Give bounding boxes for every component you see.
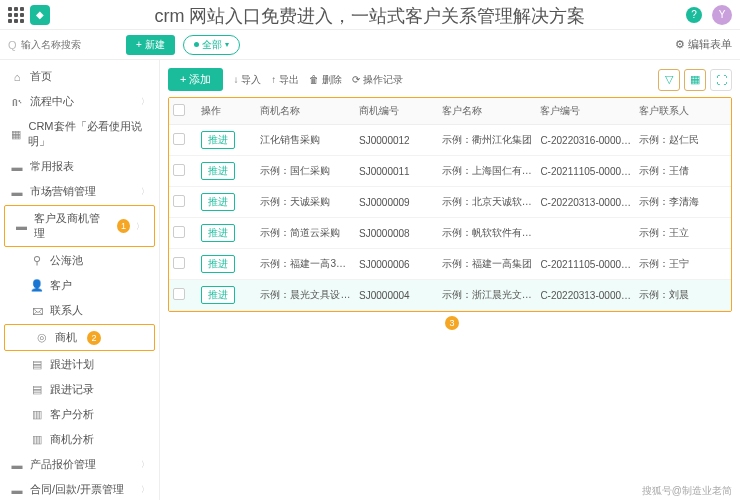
row-checkbox[interactable] bbox=[173, 226, 185, 238]
add-button[interactable]: + 添加 bbox=[168, 68, 223, 91]
sidebar-item[interactable]: ▦CRM套件「必看使用说明」 bbox=[0, 114, 159, 154]
sidebar-item[interactable]: ᎅ流程中心〉 bbox=[0, 89, 159, 114]
row-checkbox[interactable] bbox=[173, 133, 185, 145]
data-table: 操作商机名称商机编号客户名称客户编号客户联系人 推进 江化销售采购 SJ0000… bbox=[169, 98, 731, 311]
sidebar-item[interactable]: 🖂联系人 bbox=[0, 298, 159, 323]
filter-all[interactable]: 全部▾ bbox=[183, 35, 240, 55]
sidebar-item[interactable]: ▤跟进记录 bbox=[0, 377, 159, 402]
sidebar-item[interactable]: ◎商机2 bbox=[4, 324, 155, 351]
nav-label: 流程中心 bbox=[30, 94, 74, 109]
sidebar-item[interactable]: ▬合同/回款/开票管理〉 bbox=[0, 477, 159, 500]
sidebar-item[interactable]: 👤客户 bbox=[0, 273, 159, 298]
gear-icon: ⚙ bbox=[675, 38, 685, 51]
sidebar-item[interactable]: ▬市场营销管理〉 bbox=[0, 179, 159, 204]
nav-icon: 👤 bbox=[30, 279, 44, 292]
nav-label: 客户 bbox=[50, 278, 72, 293]
filter-all-label: 全部 bbox=[202, 38, 222, 52]
nav-label: 首页 bbox=[30, 69, 52, 84]
sidebar-item[interactable]: ▥客户分析 bbox=[0, 402, 159, 427]
push-button[interactable]: 推进 bbox=[201, 162, 235, 180]
watermark: 搜狐号@制造业老简 bbox=[642, 484, 732, 498]
nav-label: 公海池 bbox=[50, 253, 83, 268]
column-header: 客户编号 bbox=[536, 98, 635, 125]
log-link[interactable]: ⟳ 操作记录 bbox=[352, 73, 403, 87]
expand-icon[interactable]: ⛶ bbox=[710, 69, 732, 91]
search-box[interactable]: Q bbox=[8, 39, 118, 51]
cell-code: SJ0000004 bbox=[355, 280, 438, 311]
column-config-icon[interactable]: ▦ bbox=[684, 69, 706, 91]
help-icon[interactable]: ? bbox=[686, 7, 702, 23]
sidebar-item[interactable]: ▬常用报表 bbox=[0, 154, 159, 179]
cell-code: SJ0000008 bbox=[355, 218, 438, 249]
sidebar-item[interactable]: ▤跟进计划 bbox=[0, 352, 159, 377]
row-checkbox[interactable] bbox=[173, 257, 185, 269]
table-row[interactable]: 推进 示例：国仁采购 SJ0000011 示例：上海国仁有限... C-2021… bbox=[169, 156, 731, 187]
foot-badge: 3 bbox=[168, 316, 732, 330]
delete-link[interactable]: 🗑 删除 bbox=[309, 73, 342, 87]
cell-name: 示例：简道云采购 bbox=[256, 218, 355, 249]
push-button[interactable]: 推进 bbox=[201, 193, 235, 211]
search-input[interactable] bbox=[21, 39, 101, 50]
cell-custcode: C-20211105-0000001 bbox=[536, 156, 635, 187]
toolbar: Q + 新建 全部▾ ⚙编辑表单 bbox=[0, 30, 740, 60]
nav-label: 常用报表 bbox=[30, 159, 74, 174]
export-link[interactable]: ↑ 导出 bbox=[271, 73, 299, 87]
cell-contact: 示例：赵仁民 bbox=[635, 125, 731, 156]
cell-customer: 示例：浙江晨光文具... bbox=[438, 280, 537, 311]
column-header: 客户联系人 bbox=[635, 98, 731, 125]
nav-label: 商机 bbox=[55, 330, 77, 345]
row-checkbox[interactable] bbox=[173, 288, 185, 300]
push-button[interactable]: 推进 bbox=[201, 131, 235, 149]
filter-tool-icon[interactable]: ▽ bbox=[658, 69, 680, 91]
action-row: + 添加 ↓ 导入 ↑ 导出 🗑 删除 ⟳ 操作记录 ▽ ▦ ⛶ bbox=[168, 68, 732, 91]
edit-form-link[interactable]: ⚙编辑表单 bbox=[675, 37, 732, 52]
cell-name: 示例：国仁采购 bbox=[256, 156, 355, 187]
cell-contact: 示例：王倩 bbox=[635, 156, 731, 187]
cell-custcode: C-20220313-0000004 bbox=[536, 280, 635, 311]
push-button[interactable]: 推进 bbox=[201, 255, 235, 273]
cell-name: 示例：福建一高3月订单 bbox=[256, 249, 355, 280]
apps-icon[interactable] bbox=[8, 7, 24, 23]
import-link[interactable]: ↓ 导入 bbox=[233, 73, 261, 87]
cell-name: 江化销售采购 bbox=[256, 125, 355, 156]
push-button[interactable]: 推进 bbox=[201, 224, 235, 242]
cell-customer: 示例：北京天诚软件... bbox=[438, 187, 537, 218]
nav-label: 商机分析 bbox=[50, 432, 94, 447]
cell-code: SJ0000012 bbox=[355, 125, 438, 156]
avatar[interactable]: Y bbox=[712, 5, 732, 25]
cell-custcode: C-20220316-0000001 bbox=[536, 125, 635, 156]
sidebar-item[interactable]: ⌂首页 bbox=[0, 64, 159, 89]
sidebar-item[interactable]: ▥商机分析 bbox=[0, 427, 159, 452]
cell-custcode bbox=[536, 218, 635, 249]
push-button[interactable]: 推进 bbox=[201, 286, 235, 304]
row-checkbox[interactable] bbox=[173, 195, 185, 207]
cell-custcode: C-20211105-0000004 bbox=[536, 249, 635, 280]
row-checkbox[interactable] bbox=[173, 164, 185, 176]
column-header: 商机名称 bbox=[256, 98, 355, 125]
chevron-right-icon: 〉 bbox=[141, 96, 149, 107]
sidebar-item[interactable]: ▬客户及商机管理1〉 bbox=[4, 205, 155, 247]
nav-icon: ▬ bbox=[10, 459, 24, 471]
nav-icon: ⌂ bbox=[10, 71, 24, 83]
nav-icon: ⚲ bbox=[30, 254, 44, 267]
table-row[interactable]: 推进 示例：福建一高3月订单 SJ0000006 示例：福建一高集团 C-202… bbox=[169, 249, 731, 280]
nav-label: 合同/回款/开票管理 bbox=[30, 482, 124, 497]
nav-label: 客户分析 bbox=[50, 407, 94, 422]
column-header: 操作 bbox=[197, 98, 256, 125]
checkbox-all[interactable] bbox=[173, 104, 185, 116]
new-button[interactable]: + 新建 bbox=[126, 35, 175, 55]
chevron-right-icon: 〉 bbox=[141, 186, 149, 197]
num-badge: 1 bbox=[117, 219, 130, 233]
sidebar-item[interactable]: ▬产品报价管理〉 bbox=[0, 452, 159, 477]
table-row[interactable]: 推进 江化销售采购 SJ0000012 示例：衢州江化集团 C-20220316… bbox=[169, 125, 731, 156]
sidebar-item[interactable]: ⚲公海池 bbox=[0, 248, 159, 273]
table-row[interactable]: 推进 示例：天诚采购 SJ0000009 示例：北京天诚软件... C-2022… bbox=[169, 187, 731, 218]
nav-icon: ▬ bbox=[10, 186, 24, 198]
column-header: 客户名称 bbox=[438, 98, 537, 125]
cell-name: 示例：晨光文具设备... bbox=[256, 280, 355, 311]
table-row[interactable]: 推进 示例：晨光文具设备... SJ0000004 示例：浙江晨光文具... C… bbox=[169, 280, 731, 311]
table-row[interactable]: 推进 示例：简道云采购 SJ0000008 示例：帆软软件有限公司 示例：王立 bbox=[169, 218, 731, 249]
nav-icon: ▥ bbox=[30, 433, 44, 446]
nav-icon: ◎ bbox=[35, 331, 49, 344]
nav-label: 跟进记录 bbox=[50, 382, 94, 397]
